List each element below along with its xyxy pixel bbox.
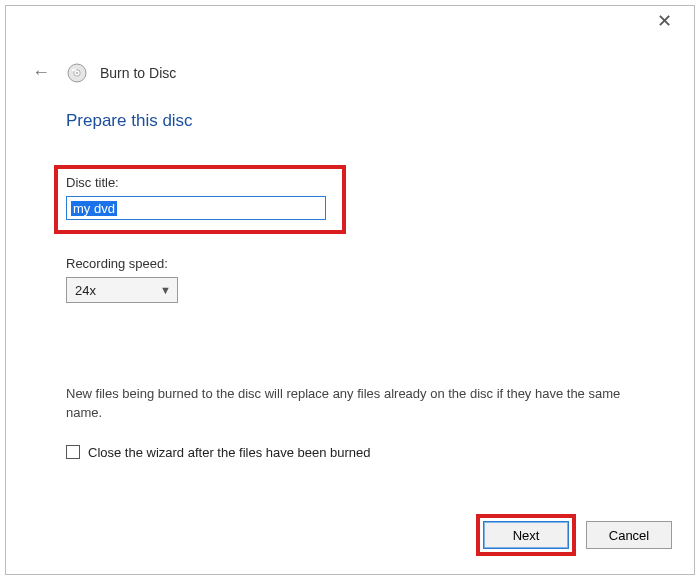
back-arrow-icon[interactable]: ← bbox=[28, 60, 54, 85]
cancel-button[interactable]: Cancel bbox=[586, 521, 672, 549]
recording-speed-group: Recording speed: 24x ▼ bbox=[66, 256, 634, 303]
dialog-footer: Next Cancel bbox=[6, 500, 694, 574]
section-heading: Prepare this disc bbox=[66, 111, 634, 131]
next-button-label: Next bbox=[513, 528, 540, 543]
cancel-button-label: Cancel bbox=[609, 528, 649, 543]
close-wizard-row[interactable]: Close the wizard after the files have be… bbox=[66, 445, 634, 460]
dialog-header: ← Burn to Disc bbox=[6, 38, 694, 93]
recording-speed-value: 24x bbox=[75, 283, 96, 298]
close-wizard-checkbox[interactable] bbox=[66, 445, 80, 459]
disc-title-selection: my dvd bbox=[71, 201, 117, 216]
burn-to-disc-dialog: ✕ ← Burn to Disc Prepare this disc Disc … bbox=[5, 5, 695, 575]
svg-point-3 bbox=[71, 68, 76, 70]
disc-icon bbox=[66, 62, 88, 84]
disc-title-label: Disc title: bbox=[66, 175, 334, 190]
recording-speed-select[interactable]: 24x ▼ bbox=[66, 277, 178, 303]
dialog-content: Prepare this disc Disc title: my dvd Rec… bbox=[6, 93, 694, 500]
svg-point-2 bbox=[76, 71, 78, 73]
close-icon[interactable]: ✕ bbox=[649, 7, 680, 35]
next-button-highlight: Next bbox=[476, 514, 576, 556]
next-button[interactable]: Next bbox=[483, 521, 569, 549]
overwrite-note: New files being burned to the disc will … bbox=[66, 385, 626, 423]
disc-title-input[interactable]: my dvd bbox=[66, 196, 326, 220]
recording-speed-label: Recording speed: bbox=[66, 256, 634, 271]
disc-title-highlight: Disc title: my dvd bbox=[54, 165, 346, 234]
title-bar-controls: ✕ bbox=[649, 12, 680, 30]
dialog-title: Burn to Disc bbox=[100, 65, 176, 81]
close-wizard-label: Close the wizard after the files have be… bbox=[88, 445, 371, 460]
chevron-down-icon: ▼ bbox=[160, 284, 171, 296]
